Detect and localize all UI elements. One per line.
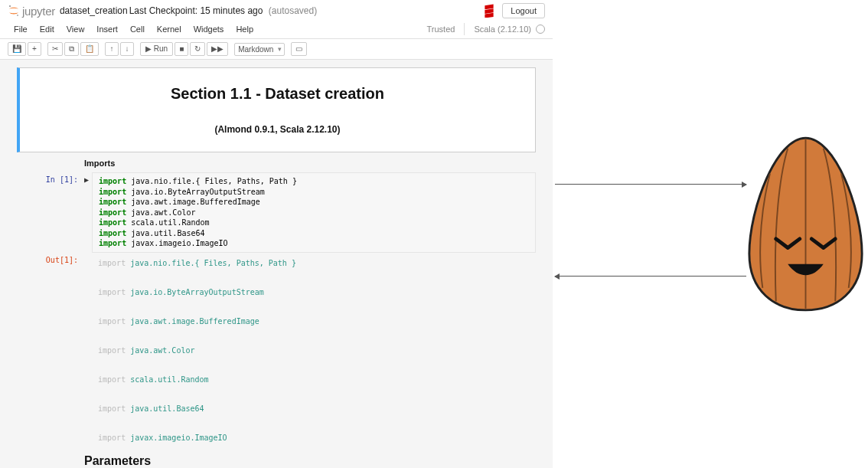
run-marker-icon: ▶ — [83, 172, 92, 184]
kernel-name: Scala (2.12.10) — [474, 25, 531, 34]
menu-widgets[interactable]: Widgets — [188, 20, 230, 38]
notebook-title-line: dataset_creation Last Checkpoint: 15 min… — [60, 5, 317, 16]
markdown-title-cell[interactable]: Section 1.1 - Dataset creation (Almond 0… — [17, 67, 536, 152]
jupyter-logo-text: jupyter — [22, 5, 55, 18]
cell-type-select[interactable]: Markdown — [234, 43, 285, 56]
code-input[interactable]: import java.nio.file.{ Files, Paths, Pat… — [92, 172, 536, 253]
page-title: Section 1.1 - Dataset creation — [43, 85, 512, 103]
stop-button[interactable]: ■ — [175, 42, 188, 56]
imports-heading: Imports — [84, 159, 547, 168]
jupyter-logo[interactable]: jupyter — [8, 5, 55, 18]
trusted-indicator[interactable]: Trusted — [427, 25, 455, 34]
logout-button[interactable]: Logout — [502, 3, 545, 18]
connector-arrows — [555, 178, 746, 300]
menu-bar: File Edit View Insert Cell Kernel Widget… — [0, 20, 553, 39]
arrow-left-icon — [554, 273, 560, 280]
menu-help[interactable]: Help — [230, 20, 259, 38]
add-cell-button[interactable]: + — [28, 42, 41, 56]
jupyter-icon — [8, 5, 20, 17]
restart-button[interactable]: ↻ — [190, 42, 205, 56]
command-palette-button[interactable]: ▭ — [291, 42, 307, 56]
toolbar: 💾 + ✂ ⧉ 📋 ↑ ↓ ▶ Run ■ ↻ ▶▶ Markdown ▭ — [0, 39, 553, 60]
code-cell-1[interactable]: In [1]: ▶ import java.nio.file.{ Files, … — [17, 172, 536, 448]
move-up-button[interactable]: ↑ — [105, 42, 119, 56]
notebook-area[interactable]: Section 1.1 - Dataset creation (Almond 0… — [0, 60, 553, 468]
move-down-button[interactable]: ↓ — [120, 42, 134, 56]
kernel-indicator[interactable]: Scala (2.12.10) — [474, 25, 545, 34]
paste-button[interactable]: 📋 — [80, 42, 99, 56]
run-button[interactable]: ▶ Run — [140, 42, 173, 56]
divider — [464, 23, 465, 35]
parameters-heading: Parameters — [84, 454, 547, 468]
page-subtitle: (Almond 0.9.1, Scala 2.12.10) — [43, 124, 512, 135]
menu-file[interactable]: File — [8, 20, 34, 38]
checkpoint-text: Last Checkpoint: 15 minutes ago — [129, 5, 263, 16]
menu-insert[interactable]: Insert — [90, 20, 124, 38]
autosave-text: (autosaved) — [269, 5, 317, 16]
kernel-status-icon — [536, 25, 545, 34]
svg-point-0 — [9, 5, 11, 7]
copy-button[interactable]: ⧉ — [64, 42, 79, 56]
menu-view[interactable]: View — [60, 20, 91, 38]
run-all-button[interactable]: ▶▶ — [207, 42, 228, 56]
menu-kernel[interactable]: Kernel — [151, 20, 188, 38]
output-prompt: Out[1]: — [17, 253, 83, 264]
input-prompt: In [1]: — [17, 172, 83, 184]
save-button[interactable]: 💾 — [8, 42, 26, 56]
notebook-name[interactable]: dataset_creation — [60, 5, 128, 16]
code-output: import java.nio.file.{ Files, Paths, Pat… — [92, 253, 536, 448]
menu-cell[interactable]: Cell — [124, 20, 151, 38]
almond-mascot — [746, 134, 865, 314]
menu-edit[interactable]: Edit — [34, 20, 60, 38]
svg-point-1 — [17, 15, 18, 16]
scala-icon — [482, 4, 496, 18]
cut-button[interactable]: ✂ — [47, 42, 63, 56]
jupyter-notebook-panel: jupyter dataset_creation Last Checkpoint… — [0, 0, 553, 468]
notebook-header: jupyter dataset_creation Last Checkpoint… — [0, 0, 553, 20]
